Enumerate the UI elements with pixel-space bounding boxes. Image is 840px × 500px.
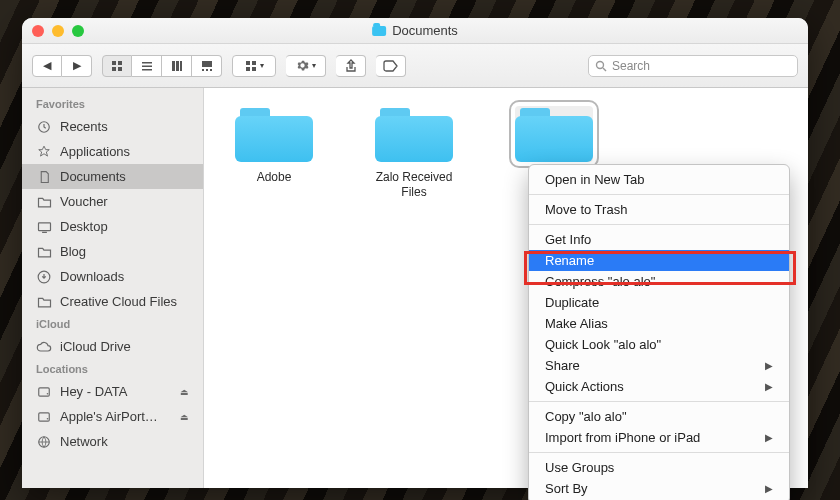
sidebar-item-label: Creative Cloud Files	[60, 294, 177, 309]
globe-icon	[36, 435, 52, 449]
folder-label: Adobe	[224, 170, 324, 185]
sidebar-item-label: Network	[60, 434, 108, 449]
close-icon[interactable]	[32, 25, 44, 37]
menu-item-label: Quick Actions	[545, 379, 624, 394]
svg-rect-6	[142, 69, 152, 71]
menu-item-sort-by[interactable]: Sort By▶	[529, 478, 789, 499]
sidebar-item-label: Voucher	[60, 194, 108, 209]
icon-view-button[interactable]	[102, 55, 132, 77]
grid-icon	[111, 60, 123, 72]
menu-item-label: Share	[545, 358, 580, 373]
menu-item-label: Move to Trash	[545, 202, 627, 217]
desktop-background: Documents ◀ ▶	[0, 0, 840, 500]
columns-icon	[171, 60, 183, 72]
svg-rect-17	[252, 67, 256, 71]
list-icon	[141, 60, 153, 72]
svg-rect-21	[38, 222, 50, 230]
folder-label: Zalo Received Files	[364, 170, 464, 200]
disk-icon	[36, 410, 52, 424]
folder-icon	[36, 196, 52, 208]
sidebar-item-desktop[interactable]: Desktop	[22, 214, 203, 239]
sidebar-item-creative-cloud-files[interactable]: Creative Cloud Files	[22, 289, 203, 314]
svg-rect-4	[142, 62, 152, 64]
desktop-icon	[36, 221, 52, 233]
sidebar-item-applications[interactable]: Applications	[22, 139, 203, 164]
menu-item-duplicate[interactable]: Duplicate	[529, 292, 789, 313]
menu-item-label: Copy "alo alo"	[545, 409, 627, 424]
sidebar-item-recents[interactable]: Recents	[22, 114, 203, 139]
group-by-button[interactable]: ▾	[232, 55, 276, 77]
window-controls	[32, 25, 84, 37]
forward-button[interactable]: ▶	[62, 55, 92, 77]
svg-rect-7	[172, 61, 175, 71]
sidebar-item-apple-s-airport-[interactable]: Apple's AirPort…⏏	[22, 404, 203, 429]
grid-icon	[245, 60, 257, 72]
sidebar-item-network[interactable]: Network	[22, 429, 203, 454]
zoom-icon[interactable]	[72, 25, 84, 37]
menu-item-move-to-trash[interactable]: Move to Trash	[529, 199, 789, 220]
action-button[interactable]: ▾	[286, 55, 326, 77]
submenu-arrow-icon: ▶	[765, 360, 773, 371]
menu-item-compress-alo-alo[interactable]: Compress "alo alo"	[529, 271, 789, 292]
menu-item-make-alias[interactable]: Make Alias	[529, 313, 789, 334]
window-title-text: Documents	[392, 23, 458, 38]
disk-icon	[36, 385, 52, 399]
tags-button[interactable]	[376, 55, 406, 77]
menu-item-quick-look-alo-alo[interactable]: Quick Look "alo alo"	[529, 334, 789, 355]
svg-point-18	[597, 61, 604, 68]
svg-rect-16	[246, 67, 250, 71]
menu-item-open-in-new-tab[interactable]: Open in New Tab	[529, 169, 789, 190]
menu-item-use-groups[interactable]: Use Groups	[529, 457, 789, 478]
menu-item-get-info[interactable]: Get Info	[529, 229, 789, 250]
sidebar-item-label: Recents	[60, 119, 108, 134]
svg-rect-15	[252, 61, 256, 65]
menu-item-label: Use Groups	[545, 460, 614, 475]
column-view-button[interactable]	[162, 55, 192, 77]
sidebar-item-label: Downloads	[60, 269, 124, 284]
menu-item-rename[interactable]: Rename	[529, 250, 789, 271]
svg-rect-12	[206, 69, 208, 71]
folder-item[interactable]: Zalo Received Files	[364, 106, 464, 200]
folder-icon	[36, 296, 52, 308]
cloud-icon	[36, 341, 52, 353]
menu-item-import-from-iphone-or-ipad[interactable]: Import from iPhone or iPad▶	[529, 427, 789, 448]
gallery-view-button[interactable]	[192, 55, 222, 77]
menu-item-label: Make Alias	[545, 316, 608, 331]
sidebar-item-label: Hey - DATA	[60, 384, 127, 399]
titlebar[interactable]: Documents	[22, 18, 808, 44]
sidebar-item-icloud-drive[interactable]: iCloud Drive	[22, 334, 203, 359]
list-view-button[interactable]	[132, 55, 162, 77]
sidebar-item-label: iCloud Drive	[60, 339, 131, 354]
menu-item-quick-actions[interactable]: Quick Actions▶	[529, 376, 789, 397]
menu-item-label: Import from iPhone or iPad	[545, 430, 700, 445]
sidebar-item-documents[interactable]: Documents	[22, 164, 203, 189]
svg-rect-9	[180, 61, 182, 71]
download-icon	[36, 270, 52, 284]
menu-item-label: Duplicate	[545, 295, 599, 310]
share-icon	[345, 59, 357, 72]
sidebar-item-hey-data[interactable]: Hey - DATA⏏	[22, 379, 203, 404]
menu-item-label: Open in New Tab	[545, 172, 645, 187]
tag-icon	[383, 60, 399, 72]
eject-icon[interactable]: ⏏	[180, 412, 189, 422]
folder-item[interactable]: Adobe	[224, 106, 324, 185]
minimize-icon[interactable]	[52, 25, 64, 37]
menu-item-copy-alo-alo[interactable]: Copy "alo alo"	[529, 406, 789, 427]
svg-point-25	[47, 392, 49, 394]
view-mode-buttons	[102, 55, 222, 77]
sidebar-item-downloads[interactable]: Downloads	[22, 264, 203, 289]
gear-icon	[296, 59, 309, 72]
back-button[interactable]: ◀	[32, 55, 62, 77]
sidebar-item-blog[interactable]: Blog	[22, 239, 203, 264]
menu-item-label: Sort By	[545, 481, 588, 496]
sidebar-item-voucher[interactable]: Voucher	[22, 189, 203, 214]
share-button[interactable]	[336, 55, 366, 77]
search-field[interactable]: Search	[588, 55, 798, 77]
folder-icon	[375, 106, 453, 162]
svg-rect-2	[112, 67, 116, 71]
menu-item-label: Rename	[545, 253, 594, 268]
eject-icon[interactable]: ⏏	[180, 387, 189, 397]
sidebar-item-label: Apple's AirPort…	[60, 409, 158, 424]
svg-rect-0	[112, 61, 116, 65]
menu-item-share[interactable]: Share▶	[529, 355, 789, 376]
